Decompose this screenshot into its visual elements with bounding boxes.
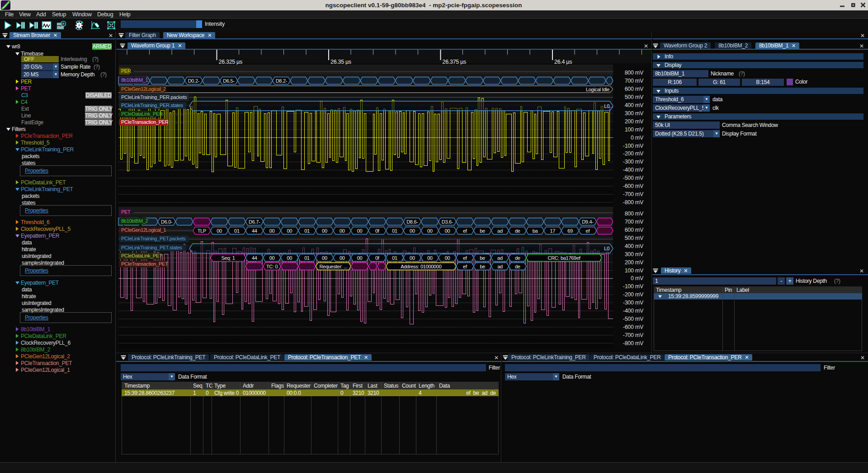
svg-text:00: 00: [217, 228, 222, 234]
svg-text:ef: ef: [463, 264, 467, 269]
svg-text:0f: 0f: [375, 255, 380, 261]
svg-text:8b10bIBM_1: 8b10bIBM_1: [121, 77, 148, 83]
svg-text:01: 01: [392, 228, 397, 234]
svg-text:PCIeTransaction_PER: PCIeTransaction_PER: [121, 119, 169, 125]
svg-text:800 mV: 800 mV: [625, 211, 644, 217]
svg-text:Seq: 1: Seq: 1: [221, 255, 235, 261]
svg-text:01: 01: [392, 255, 397, 261]
svg-text:44: 44: [252, 228, 257, 234]
svg-text:00: 00: [287, 255, 292, 261]
svg-text:Requester: ...: Requester: ...: [319, 264, 347, 269]
svg-text:0 mV: 0 mV: [631, 275, 644, 281]
svg-text:00: 00: [357, 228, 363, 234]
svg-text:-600 mV: -600 mV: [623, 324, 644, 330]
svg-text:D6.7-: D6.7-: [249, 219, 260, 225]
svg-text:PCIeLinkTraining_PET.packets: PCIeLinkTraining_PET.packets: [121, 236, 186, 241]
svg-text:-200 mV: -200 mV: [623, 150, 644, 157]
svg-text:-700 mV: -700 mV: [623, 332, 644, 338]
svg-text:ad: ad: [497, 255, 503, 261]
svg-text:D8.2-: D8.2-: [276, 78, 288, 84]
svg-text:8b10bIBM_2: 8b10bIBM_2: [121, 218, 148, 224]
svg-text:00: 00: [269, 255, 275, 261]
svg-text:26.35 µs: 26.35 µs: [330, 59, 351, 65]
svg-text:500 mV: 500 mV: [625, 235, 644, 241]
svg-text:Logical Idle: Logical Idle: [586, 87, 609, 92]
svg-text:D6.5-: D6.5-: [223, 78, 235, 84]
svg-text:00: 00: [287, 228, 292, 234]
svg-text:-600 mV: -600 mV: [623, 183, 644, 189]
svg-text:PCIeTransaction_PET: PCIeTransaction_PET: [121, 261, 168, 267]
svg-text:400 mV: 400 mV: [625, 102, 644, 108]
svg-text:200 mV: 200 mV: [625, 259, 644, 266]
svg-text:17: 17: [550, 228, 555, 234]
svg-text:-400 mV: -400 mV: [623, 308, 644, 314]
svg-text:300 mV: 300 mV: [625, 110, 644, 117]
svg-text:-800 mV: -800 mV: [623, 340, 644, 347]
svg-text:01: 01: [304, 228, 310, 234]
svg-text:D3.6-: D3.6-: [442, 219, 453, 225]
svg-text:200 mV: 200 mV: [625, 118, 644, 125]
svg-text:PCIeLinkTraining_PER.packets: PCIeLinkTraining_PER.packets: [121, 94, 187, 100]
svg-text:00: 00: [322, 255, 327, 261]
svg-text:0f: 0f: [375, 228, 380, 234]
svg-text:700 mV: 700 mV: [625, 219, 644, 225]
svg-text:PCIeLinkTraining_PET.states: PCIeLinkTraining_PET.states: [121, 245, 182, 250]
svg-text:00: 00: [410, 228, 415, 234]
svg-text:PCIeLinkTraining_PER.states: PCIeLinkTraining_PER.states: [121, 103, 184, 108]
svg-text:300 mV: 300 mV: [625, 251, 644, 258]
svg-text:de: de: [515, 264, 520, 269]
svg-text:de: de: [515, 255, 520, 261]
svg-text:-100 mV: -100 mV: [623, 143, 644, 149]
svg-text:500 mV: 500 mV: [625, 94, 644, 100]
svg-text:00: 00: [445, 255, 450, 261]
svg-text:-700 mV: -700 mV: [623, 191, 644, 197]
svg-text:00: 00: [445, 228, 450, 234]
svg-text:00: 00: [269, 228, 275, 234]
svg-text:TC: 0: TC: 0: [266, 264, 278, 269]
svg-text:-100 mV: -100 mV: [623, 283, 644, 290]
svg-text:-300 mV: -300 mV: [623, 159, 644, 165]
svg-text:-500 mV: -500 mV: [623, 316, 644, 322]
svg-text:-500 mV: -500 mV: [623, 175, 644, 181]
svg-text:0 mV: 0 mV: [631, 135, 644, 141]
svg-text:D8.6-: D8.6-: [406, 219, 418, 225]
svg-text:00: 00: [340, 228, 345, 234]
svg-text:-400 mV: -400 mV: [623, 167, 644, 173]
svg-text:00: 00: [357, 255, 363, 261]
svg-text:PCIeDataLink_PET: PCIeDataLink_PET: [121, 253, 162, 258]
svg-text:400 mV: 400 mV: [625, 243, 644, 249]
svg-text:ad: ad: [497, 264, 503, 269]
svg-text:26.4 µs: 26.4 µs: [554, 59, 572, 65]
svg-text:-300 mV: -300 mV: [623, 300, 644, 306]
svg-text:PCIeDataLink_PER: PCIeDataLink_PER: [121, 111, 163, 117]
svg-text:100 mV: 100 mV: [625, 126, 644, 133]
svg-text:00: 00: [322, 228, 327, 234]
svg-text:TLP: TLP: [198, 228, 206, 234]
svg-text:PCIeGen12Logical_1: PCIeGen12Logical_1: [121, 227, 166, 233]
svg-text:69: 69: [567, 228, 573, 234]
svg-text:D0.2-: D0.2-: [188, 78, 200, 84]
svg-text:ba: ba: [533, 228, 538, 234]
svg-text:26.325 µs: 26.325 µs: [219, 59, 243, 65]
svg-text:00: 00: [410, 255, 415, 261]
svg-text:00: 00: [427, 228, 433, 234]
svg-text:D9.4-: D9.4-: [582, 219, 594, 225]
svg-text:44: 44: [252, 255, 257, 261]
svg-text:-800 mV: -800 mV: [623, 199, 644, 206]
svg-text:CRC: ba1769ef: CRC: ba1769ef: [548, 255, 581, 261]
svg-text:800 mV: 800 mV: [625, 70, 644, 76]
svg-text:ef: ef: [586, 228, 590, 234]
svg-text:ad: ad: [497, 228, 503, 234]
svg-text:00: 00: [340, 255, 345, 261]
svg-text:00: 00: [427, 255, 433, 261]
svg-text:01: 01: [234, 228, 240, 234]
svg-text:100 mV: 100 mV: [625, 267, 644, 274]
svg-text:-200 mV: -200 mV: [623, 291, 644, 298]
svg-text:ef: ef: [463, 228, 467, 234]
svg-text:L0: L0: [604, 246, 609, 251]
svg-text:be: be: [480, 228, 485, 234]
svg-text:26.375 µs: 26.375 µs: [443, 59, 467, 65]
svg-text:01: 01: [304, 255, 310, 261]
svg-text:PER: PER: [121, 68, 131, 74]
svg-text:be: be: [480, 255, 485, 261]
